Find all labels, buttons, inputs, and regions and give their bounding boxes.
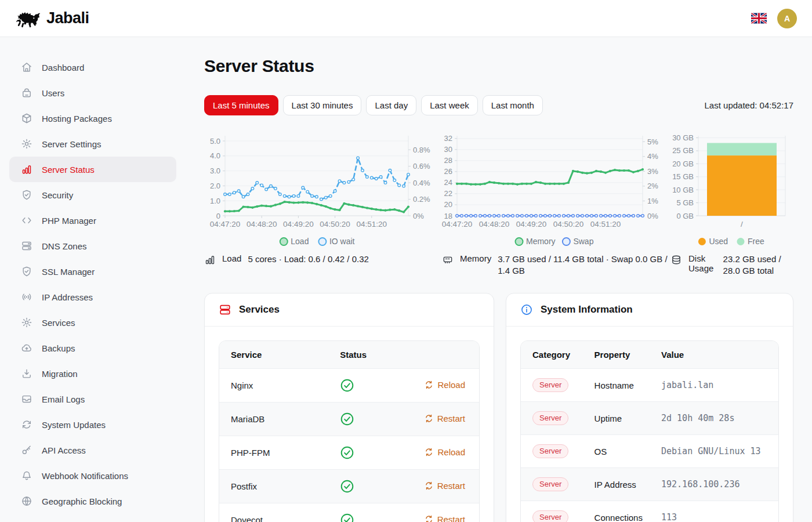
sidebar-item-backups[interactable]: Backups (9, 335, 176, 361)
reload-nginx-button[interactable]: Reload (425, 380, 465, 390)
action-label: Restart (437, 481, 465, 491)
svg-text:0 GB: 0 GB (676, 212, 694, 220)
sidebar-item-system-updates[interactable]: System Updates (9, 412, 176, 437)
category-badge: Server (532, 477, 568, 491)
uk-flag-icon[interactable] (751, 13, 767, 24)
code-icon (21, 215, 32, 226)
system-col-category: Category (521, 341, 583, 369)
sidebar-item-migration[interactable]: Migration (9, 361, 176, 386)
service-name: Dovecot (219, 503, 328, 522)
shield-check-icon (21, 266, 32, 277)
stat-value: 3.7 GB used / 11.4 GB total · Swap 0.0 G… (498, 253, 669, 277)
svg-text:04:47:20: 04:47:20 (210, 220, 241, 229)
property-name: OS (583, 435, 650, 468)
svg-text:1.0: 1.0 (210, 197, 220, 205)
sidebar-item-ssl-manager[interactable]: SSL Manager (9, 259, 176, 284)
sidebar-item-label: Services (42, 318, 75, 328)
filter-last-week[interactable]: Last week (421, 95, 478, 115)
system-row-uptime: ServerUptime2d 10h 40m 28s (521, 402, 778, 435)
sidebar-item-users[interactable]: Users (9, 80, 176, 106)
sidebar-item-php-manager[interactable]: PHP Manager (9, 208, 176, 233)
sidebar-item-server-settings[interactable]: Server Settings (9, 131, 176, 157)
services-col-actions (401, 341, 479, 369)
filter-last-5-minutes[interactable]: Last 5 minutes (204, 95, 278, 115)
restart-mariadb-button[interactable]: Restart (425, 414, 465, 423)
time-range-filters: Last 5 minutesLast 30 minutesLast dayLas… (204, 95, 543, 115)
action-label: Restart (437, 514, 465, 522)
package-icon (21, 113, 32, 124)
key-icon (21, 444, 32, 456)
charts-row: 01.02.03.04.05.00%0.2%0.4%0.6%0.8%04:47:… (204, 130, 793, 251)
sidebar-item-email-logs[interactable]: Email Logs (9, 386, 176, 412)
svg-text:0.2%: 0.2% (413, 195, 430, 204)
stat-memory: Memory3.7 GB used / 11.4 GB total · Swap… (437, 253, 669, 277)
user-avatar[interactable]: A (777, 9, 797, 28)
svg-text:Load: Load (291, 237, 309, 246)
sidebar-item-label: Migration (42, 369, 78, 379)
svg-text:3.0: 3.0 (210, 166, 220, 175)
reload-php-fpm-button[interactable]: Reload (425, 447, 465, 457)
system-row-connections: ServerConnections113 (521, 501, 778, 522)
filters-row: Last 5 minutesLast 30 minutesLast dayLas… (204, 95, 793, 115)
main-content: Server Status Last 5 minutesLast 30 minu… (186, 37, 812, 522)
svg-text:0.6%: 0.6% (413, 162, 430, 171)
svg-text:5%: 5% (647, 137, 658, 146)
stat-load: Load5 cores · Load: 0.6 / 0.42 / 0.32 (204, 253, 436, 277)
page-title: Server Status (204, 56, 793, 76)
services-col-service: Service (219, 341, 328, 369)
sidebar-item-services[interactable]: Services (9, 310, 176, 335)
sidebar-item-security[interactable]: Security (9, 182, 176, 208)
svg-text:3%: 3% (647, 167, 658, 176)
svg-text:5 GB: 5 GB (676, 198, 694, 207)
sidebar-item-ip-addresses[interactable]: IP Addresses (9, 284, 176, 310)
sidebar-item-webhook-notifications[interactable]: Webhook Notifications (9, 463, 176, 488)
bell-icon (21, 470, 32, 481)
sidebar-item-geographic-blocking[interactable]: Geographic Blocking (9, 488, 176, 514)
brand[interactable]: Jabali (15, 9, 89, 28)
svg-text:0%: 0% (413, 212, 424, 220)
status-ok-icon (340, 378, 389, 393)
sidebar-item-api-access[interactable]: API Access (9, 437, 176, 463)
last-updated-text: Last updated: 04:52:17 (705, 100, 793, 110)
property-value: 113 (661, 512, 767, 522)
category-badge: Server (532, 411, 568, 425)
cards-row: Services Service Status NginxReloadM (204, 293, 793, 522)
service-name: MariaDB (219, 403, 328, 436)
svg-text:0: 0 (216, 212, 220, 220)
svg-text:0.4%: 0.4% (413, 179, 430, 187)
system-card-title: System Information (541, 304, 633, 316)
sidebar-item-hosting-packages[interactable]: Hosting Packages (9, 106, 176, 131)
sidebar-item-label: Security (42, 190, 73, 200)
service-row-php-fpm: PHP-FPMReload (219, 436, 479, 470)
sidebar-item-label: Dashboard (42, 63, 84, 72)
filter-last-month[interactable]: Last month (483, 95, 543, 115)
svg-text:04:51:20: 04:51:20 (357, 220, 387, 229)
svg-text:04:47:20: 04:47:20 (442, 220, 473, 229)
svg-text:04:50:20: 04:50:20 (320, 220, 350, 229)
restart-dovecot-button[interactable]: Restart (425, 514, 465, 522)
sidebar-item-label: Users (42, 88, 64, 98)
system-row-ip-address: ServerIP Address192.168.100.236 (521, 468, 778, 501)
sidebar-nav: DashboardUsersHosting PackagesServer Set… (9, 55, 176, 514)
service-row-nginx: NginxReload (219, 369, 479, 403)
svg-text:18: 18 (444, 212, 452, 220)
action-label: Reload (437, 447, 465, 457)
filter-last-day[interactable]: Last day (366, 95, 416, 115)
svg-text:24: 24 (444, 178, 452, 187)
disk-chart: 0 GB5 GB10 GB15 GB20 GB25 GB30 GB/UsedFr… (670, 130, 793, 251)
svg-text:Memory: Memory (526, 237, 556, 246)
filter-last-30-minutes[interactable]: Last 30 minutes (283, 95, 362, 115)
svg-text:30: 30 (444, 145, 452, 154)
services-card: Services Service Status NginxReloadM (204, 293, 494, 522)
stat-disk-usage: Disk Usage23.2 GB used / 28.0 GB total (670, 253, 793, 277)
sidebar-item-dns-zones[interactable]: DNS Zones (9, 233, 176, 259)
home-icon (21, 61, 32, 73)
sidebar-item-server-status[interactable]: Server Status (9, 157, 176, 182)
system-card-body: Category Property Value ServerHostnameja… (506, 327, 793, 522)
disk-icon (670, 254, 682, 266)
services-card-body: Service Status NginxReloadMariaDBRestart… (205, 327, 494, 522)
svg-text:04:48:20: 04:48:20 (246, 220, 277, 229)
sidebar-item-dashboard[interactable]: Dashboard (9, 55, 176, 80)
restart-postfix-button[interactable]: Restart (425, 481, 465, 491)
svg-text:IO wait: IO wait (329, 237, 355, 246)
